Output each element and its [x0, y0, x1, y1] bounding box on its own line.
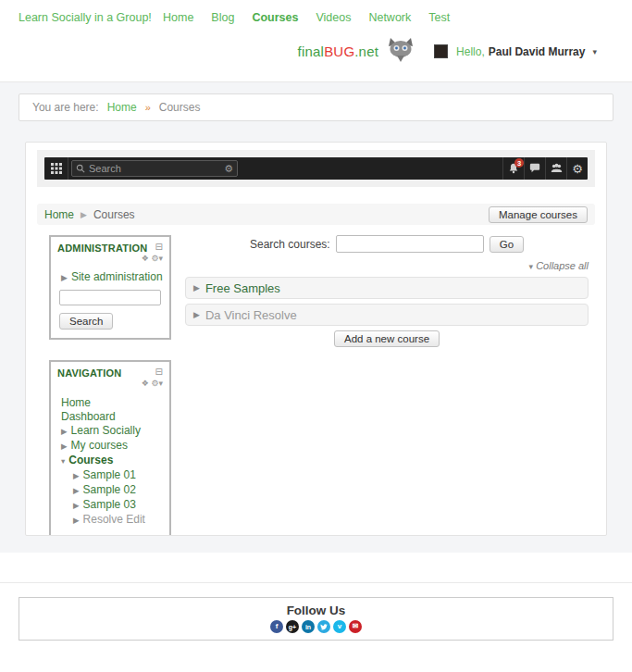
top-nav-videos[interactable]: Videos — [316, 11, 351, 24]
navigation-tree: HomeDashboard▶Learn Socially▶My courses▾… — [57, 396, 163, 528]
toolbar-search-box[interactable]: ⚙ — [71, 160, 238, 177]
page-breadcrumb-home-link[interactable]: Home — [44, 208, 74, 221]
toolbar-search-input[interactable] — [89, 163, 224, 174]
messages-chat-icon[interactable] — [524, 157, 545, 180]
block-collapse-icon[interactable]: ⊟ — [155, 367, 163, 377]
nav-tree-label: Sample 02 — [83, 483, 136, 496]
chevron-down-icon: ▾ — [61, 456, 65, 466]
breadcrumb-home-link[interactable]: Home — [107, 101, 137, 114]
block-move-icon[interactable]: ❖ — [142, 254, 149, 263]
top-nav: HomeBlogCoursesVideosNetworkTest — [163, 11, 450, 24]
admin-toolbar: ⚙ 3 — [44, 157, 588, 180]
block-config-gear-icon[interactable]: ⚙▾ — [151, 254, 163, 263]
nav-tree-item[interactable]: Home — [57, 396, 163, 410]
nav-tree-label: My courses — [71, 439, 128, 452]
top-nav-courses[interactable]: Courses — [252, 11, 298, 24]
block-actions[interactable]: ❖ ⚙▾ — [57, 379, 163, 391]
nav-tree-item[interactable]: ▶Sample 02 — [57, 483, 163, 498]
course-area: Search courses: Go ▾Collapse all ▶Free S… — [185, 235, 589, 536]
top-nav-network[interactable]: Network — [368, 11, 411, 24]
nav-tree-label: Home — [61, 396, 91, 409]
follow-us-title: Follow Us — [19, 604, 613, 617]
block-collapse-icon[interactable]: ⊟ — [155, 243, 163, 252]
nav-tree-item[interactable]: ▾Courses — [57, 454, 163, 468]
nav-tree-label: Resolve Edit — [83, 513, 145, 526]
nav-tree-label: Learn Socially — [71, 424, 141, 437]
nav-tree-item[interactable]: ▶My courses — [57, 439, 163, 454]
go-button[interactable]: Go — [489, 236, 524, 253]
breadcrumb-arrow-icon: ▶ — [81, 210, 87, 219]
page-breadcrumb-current: Courses — [93, 208, 135, 221]
block-config-gear-icon[interactable]: ⚙▾ — [151, 379, 163, 388]
search-settings-gear-icon[interactable]: ⚙ — [224, 163, 233, 175]
add-course-button[interactable]: Add a new course — [334, 330, 440, 347]
chevron-right-icon: ▶ — [73, 501, 80, 510]
nav-tree-label: Sample 03 — [83, 498, 136, 511]
administration-block-title: ADMINISTRATION — [57, 243, 147, 254]
admin-search-input[interactable] — [59, 290, 161, 305]
search-courses-input[interactable] — [336, 235, 484, 253]
settings-gear-icon[interactable]: ⚙ — [566, 157, 588, 180]
main-card: ⚙ 3 — [25, 142, 607, 536]
chevron-right-icon: ▶ — [61, 442, 68, 451]
chevron-right-icon: ▶ — [61, 273, 68, 282]
chevron-right-icon: ▶ — [73, 486, 80, 495]
collapse-all-link[interactable]: ▾Collapse all — [185, 260, 589, 271]
left-column: ADMINISTRATION ⊟ ❖ ⚙▾ ▶Site administrati… — [49, 235, 171, 536]
search-courses-row: Search courses: Go — [185, 235, 589, 253]
chevron-right-icon: ▶ — [73, 471, 80, 480]
follow-us-box: Follow Us fg+inv✉ — [19, 597, 613, 641]
admin-search-button[interactable]: Search — [59, 313, 113, 330]
top-nav-test[interactable]: Test — [428, 11, 450, 24]
category-row[interactable]: ▶Free Samples — [185, 277, 589, 299]
site-logo[interactable]: finalBUG.net — [298, 44, 378, 59]
linkedin-icon[interactable]: in — [302, 620, 315, 633]
nav-tree-item[interactable]: ▶Sample 01 — [57, 468, 163, 483]
navigation-block: NAVIGATION ⊟ ❖ ⚙▾ HomeDashboard▶Learn So… — [49, 360, 171, 536]
chevron-right-icon: ▶ — [193, 283, 200, 292]
vimeo-icon[interactable]: v — [333, 620, 346, 633]
breadcrumb: You are here: Home » Courses — [19, 93, 613, 121]
apps-grid-icon[interactable] — [44, 157, 68, 180]
toolbar-band: ⚙ 3 — [37, 150, 595, 187]
nav-tree-item[interactable]: ▶Learn Socially — [57, 424, 163, 439]
nav-tree-item[interactable]: ▶Sample 03 — [57, 498, 163, 513]
footer-divider — [0, 582, 632, 583]
manage-courses-button[interactable]: Manage courses — [489, 206, 588, 223]
category-name: Free Samples — [205, 281, 280, 295]
owl-mascot-icon — [386, 37, 415, 66]
content-row: ADMINISTRATION ⊟ ❖ ⚙▾ ▶Site administrati… — [37, 235, 595, 536]
user-avatar[interactable] — [434, 44, 448, 58]
nav-tree-label: Sample 01 — [83, 468, 136, 481]
nav-tree-item[interactable]: ▶Resolve Edit — [57, 513, 163, 528]
social-icons-row: fg+inv✉ — [19, 620, 613, 633]
user-menu-caret-icon[interactable]: ▾ — [592, 47, 597, 56]
google-plus-icon[interactable]: g+ — [286, 620, 299, 633]
page-body: You are here: Home » Courses — [0, 82, 632, 553]
toolbar-search: ⚙ — [71, 157, 238, 180]
logo-row: finalBUG.net Hello, Paul David Murray ▾ — [298, 37, 597, 66]
site-tagline: Learn Socially in a Group! — [19, 11, 152, 24]
twitter-icon[interactable] — [317, 620, 330, 633]
block-move-icon[interactable]: ❖ — [142, 379, 149, 388]
chevron-right-icon: ▶ — [61, 427, 68, 436]
category-row[interactable]: ▶Da Vinci Resolve — [185, 304, 589, 326]
user-greeting: Hello, — [456, 45, 485, 58]
user-name[interactable]: Paul David Murray — [489, 45, 586, 58]
notification-count-badge: 3 — [514, 158, 524, 168]
nav-tree-item[interactable]: Dashboard — [57, 410, 163, 424]
block-actions[interactable]: ❖ ⚙▾ — [57, 254, 163, 266]
page-breadcrumb: Home ▶ Courses Manage courses — [37, 204, 595, 225]
top-nav-home[interactable]: Home — [163, 11, 193, 24]
notifications-bell-icon[interactable]: 3 — [502, 157, 524, 180]
facebook-icon[interactable]: f — [270, 620, 283, 633]
category-name: Da Vinci Resolve — [205, 308, 297, 322]
chevron-right-icon: ▶ — [73, 516, 80, 525]
breadcrumb-current: Courses — [159, 101, 201, 114]
top-nav-blog[interactable]: Blog — [211, 11, 234, 24]
site-administration-link[interactable]: ▶Site administration — [61, 270, 163, 283]
search-icon — [76, 164, 85, 173]
nav-tree-label: Dashboard — [61, 410, 116, 423]
users-group-icon[interactable] — [545, 157, 566, 180]
email-icon[interactable]: ✉ — [349, 620, 362, 633]
